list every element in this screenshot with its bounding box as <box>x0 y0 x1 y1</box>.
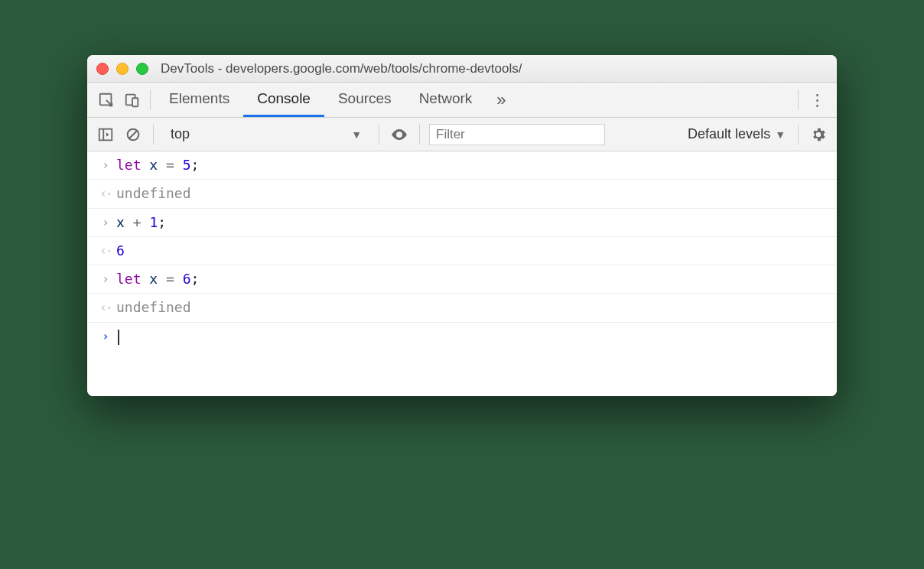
console-output-line: ‹•6 <box>87 237 837 266</box>
devtools-tabbar: Elements Console Sources Network » ⋮ <box>87 83 837 118</box>
window-title: DevTools - developers.google.com/web/too… <box>161 61 522 76</box>
context-value: top <box>171 126 190 142</box>
window-titlebar: DevTools - developers.google.com/web/too… <box>87 55 837 83</box>
separator <box>419 125 420 145</box>
prompt-out-icon: ‹• <box>95 237 116 265</box>
prompt-out-icon: ‹• <box>95 180 116 208</box>
tabs: Elements Console Sources Network » <box>155 83 517 117</box>
separator <box>798 125 799 145</box>
console-input-line: ›x + 1; <box>87 209 837 237</box>
tab-sources[interactable]: Sources <box>324 83 405 117</box>
code-text: undefined <box>116 180 191 207</box>
tab-network[interactable]: Network <box>405 83 486 117</box>
separator <box>379 125 379 145</box>
prompt-in-icon: › <box>95 209 116 236</box>
clear-console-icon[interactable] <box>122 124 144 145</box>
separator <box>153 125 154 145</box>
prompt-in-icon: › <box>95 265 116 293</box>
prompt-icon: › <box>95 323 116 350</box>
code-text: let x = 5; <box>116 151 199 179</box>
console-output: ›let x = 5;‹•undefined›x + 1;‹•6›let x =… <box>87 151 837 396</box>
log-levels-selector[interactable]: Default levels ▼ <box>685 126 789 142</box>
svg-line-6 <box>129 130 137 138</box>
filter-input[interactable] <box>429 124 605 145</box>
code-text: undefined <box>116 294 191 321</box>
chevron-down-icon: ▼ <box>775 128 786 141</box>
traffic-lights <box>96 63 148 75</box>
svg-rect-3 <box>99 128 112 140</box>
sidebar-toggle-icon[interactable] <box>95 124 116 145</box>
tab-label: Console <box>257 90 311 107</box>
console-prompt[interactable]: › <box>87 323 837 350</box>
menu-kebab-icon[interactable]: ⋮ <box>803 83 831 117</box>
prompt-in-icon: › <box>95 151 116 179</box>
close-window-button[interactable] <box>96 63 109 75</box>
prompt-out-icon: ‹• <box>95 294 116 322</box>
tab-label: Elements <box>169 90 229 107</box>
console-output-line: ‹•undefined <box>87 294 837 323</box>
svg-point-7 <box>398 133 401 136</box>
live-expression-icon[interactable] <box>389 124 410 145</box>
context-selector[interactable]: top ▼ <box>163 123 369 146</box>
device-toggle-icon[interactable] <box>119 83 145 118</box>
code-text: x + 1; <box>116 209 166 236</box>
svg-rect-2 <box>132 98 138 106</box>
separator <box>798 90 799 109</box>
devtools-window: DevTools - developers.google.com/web/too… <box>87 55 837 396</box>
tab-label: Network <box>419 90 473 107</box>
tab-label: Sources <box>338 90 392 107</box>
minimize-window-button[interactable] <box>116 63 129 75</box>
code-text: let x = 6; <box>116 265 199 293</box>
overflow-label: » <box>496 90 506 110</box>
tabs-overflow[interactable]: » <box>486 83 516 117</box>
console-input-line: ›let x = 5; <box>87 151 837 180</box>
chevron-down-icon: ▼ <box>351 128 362 141</box>
prompt-input[interactable] <box>116 323 119 350</box>
separator <box>150 90 151 109</box>
console-input-line: ›let x = 6; <box>87 265 837 294</box>
inspect-element-icon[interactable] <box>93 83 119 118</box>
console-settings-icon[interactable] <box>808 124 829 145</box>
console-toolbar: top ▼ Default levels ▼ <box>87 118 837 151</box>
tab-console[interactable]: Console <box>243 83 324 117</box>
tab-elements[interactable]: Elements <box>155 83 243 117</box>
maximize-window-button[interactable] <box>136 63 148 75</box>
code-text: 6 <box>116 237 125 265</box>
log-levels-label: Default levels <box>688 126 770 142</box>
console-output-line: ‹•undefined <box>87 180 837 209</box>
